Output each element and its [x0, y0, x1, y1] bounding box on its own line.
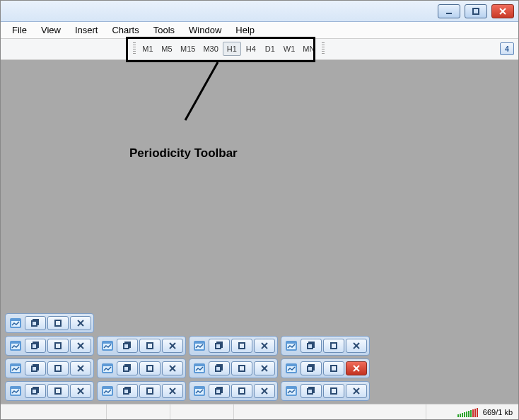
- mdi-minimized-window[interactable]: [281, 358, 370, 378]
- mdi-close-button[interactable]: [254, 361, 275, 375]
- timeframe-m15[interactable]: M15: [177, 42, 199, 56]
- mdi-maximize-button[interactable]: [231, 384, 252, 398]
- mdi-close-button[interactable]: [70, 361, 91, 375]
- menu-view[interactable]: View: [34, 23, 68, 37]
- mdi-maximize-button[interactable]: [47, 384, 69, 398]
- mdi-restore-button[interactable]: [117, 384, 138, 398]
- toolbar-grip-icon[interactable]: [133, 42, 136, 55]
- svg-rect-85: [239, 388, 245, 394]
- svg-rect-64: [331, 366, 337, 371]
- mdi-restore-button[interactable]: [301, 361, 322, 375]
- mdi-maximize-button[interactable]: [231, 339, 252, 353]
- timeframe-h4[interactable]: H4: [242, 42, 260, 56]
- mdi-close-button[interactable]: [162, 384, 183, 398]
- periodicity-toolbar: M1 M5 M15 M30 H1 H4 D1 W1 MN: [132, 40, 329, 57]
- svg-rect-1: [473, 8, 479, 14]
- mdi-row: [5, 358, 514, 378]
- mdi-restore-button[interactable]: [25, 339, 46, 353]
- toolbar-grip-icon[interactable]: [322, 42, 325, 55]
- mdi-restore-button[interactable]: [301, 384, 322, 398]
- annotation-label: Periodicity Toolbar: [129, 146, 238, 161]
- status-connection: 669/1 kb: [426, 407, 518, 417]
- mdi-close-button[interactable]: [70, 316, 91, 330]
- svg-rect-36: [331, 343, 337, 349]
- mdi-restore-button[interactable]: [209, 361, 230, 375]
- mdi-maximize-button[interactable]: [323, 384, 344, 398]
- svg-rect-7: [32, 321, 37, 326]
- mdi-minimized-window[interactable]: [281, 381, 370, 401]
- mdi-close-button[interactable]: [254, 339, 275, 353]
- chart-window-icon: [192, 384, 207, 398]
- svg-rect-43: [55, 366, 61, 371]
- mdi-minimized-window[interactable]: [97, 381, 186, 401]
- mdi-maximize-button[interactable]: [47, 339, 69, 353]
- menu-tools[interactable]: Tools: [146, 23, 182, 37]
- mdi-maximize-button[interactable]: [139, 384, 161, 398]
- mdi-minimized-window[interactable]: [97, 336, 186, 356]
- mdi-restore-button[interactable]: [209, 339, 230, 353]
- mdi-close-button[interactable]: [162, 361, 183, 375]
- timeframe-h1[interactable]: H1: [223, 42, 241, 56]
- mdi-close-button[interactable]: [346, 339, 367, 353]
- mdi-maximize-button[interactable]: [139, 361, 161, 375]
- mdi-restore-button[interactable]: [25, 361, 46, 375]
- close-button[interactable]: [491, 4, 514, 18]
- mdi-restore-button[interactable]: [25, 316, 46, 330]
- mdi-restore-button[interactable]: [25, 384, 46, 398]
- mdi-close-button[interactable]: [346, 361, 367, 375]
- chart-window-icon: [192, 339, 207, 353]
- timeframe-d1[interactable]: D1: [261, 42, 279, 56]
- mdi-close-button[interactable]: [70, 339, 91, 353]
- menu-charts[interactable]: Charts: [105, 23, 146, 37]
- mdi-close-button[interactable]: [70, 384, 91, 398]
- timeframe-m5[interactable]: M5: [158, 42, 176, 56]
- mdi-close-button[interactable]: [254, 384, 275, 398]
- mdi-maximize-button[interactable]: [323, 339, 344, 353]
- chart-window-icon: [8, 361, 23, 375]
- timeframe-w1[interactable]: W1: [280, 42, 299, 56]
- mdi-row: [5, 336, 514, 356]
- minimize-button[interactable]: [438, 4, 460, 18]
- svg-rect-29: [239, 343, 245, 349]
- mdi-minimized-window[interactable]: [5, 358, 94, 378]
- timeframe-m30[interactable]: M30: [199, 42, 221, 56]
- maximize-button[interactable]: [465, 4, 487, 18]
- menu-help[interactable]: Help: [228, 23, 262, 37]
- mdi-restore-button[interactable]: [117, 339, 138, 353]
- status-cell: [107, 404, 170, 419]
- mdi-minimized-window[interactable]: [97, 358, 186, 378]
- timeframe-mn[interactable]: MN: [299, 42, 318, 56]
- mdi-maximize-button[interactable]: [323, 361, 344, 375]
- mdi-restore-button[interactable]: [301, 339, 322, 353]
- mdi-maximize-button[interactable]: [47, 361, 69, 375]
- mdi-minimized-window[interactable]: [189, 381, 278, 401]
- menu-window[interactable]: Window: [182, 23, 228, 37]
- mdi-maximize-button[interactable]: [139, 339, 161, 353]
- title-bar: [1, 1, 518, 22]
- mdi-minimized-window[interactable]: [281, 336, 370, 356]
- mdi-minimized-window[interactable]: [189, 336, 278, 356]
- svg-rect-49: [124, 366, 129, 371]
- mdi-restore-button[interactable]: [117, 361, 138, 375]
- mdi-maximize-button[interactable]: [231, 361, 252, 375]
- mdi-close-button[interactable]: [162, 339, 183, 353]
- menu-insert[interactable]: Insert: [68, 23, 105, 37]
- svg-rect-21: [124, 344, 129, 349]
- mdi-minimized-window[interactable]: [5, 313, 94, 333]
- chart-window-icon: [8, 384, 23, 398]
- toolbar-badge[interactable]: 4: [500, 42, 514, 55]
- mdi-minimized-window[interactable]: [5, 381, 94, 401]
- chart-window-icon: [100, 384, 115, 398]
- menu-file[interactable]: File: [5, 23, 34, 37]
- mdi-maximize-button[interactable]: [47, 316, 69, 330]
- mdi-minimized-window[interactable]: [189, 358, 278, 378]
- svg-rect-92: [331, 388, 337, 394]
- mdi-row: [5, 381, 514, 401]
- mdi-close-button[interactable]: [346, 384, 367, 398]
- timeframe-m1[interactable]: M1: [139, 42, 157, 56]
- mdi-restore-button[interactable]: [209, 384, 230, 398]
- menu-bar: File View Insert Charts Tools Window Hel…: [1, 22, 518, 39]
- mdi-minimized-window[interactable]: [5, 336, 94, 356]
- mdi-dock: [5, 310, 514, 401]
- chart-window-icon: [284, 361, 299, 375]
